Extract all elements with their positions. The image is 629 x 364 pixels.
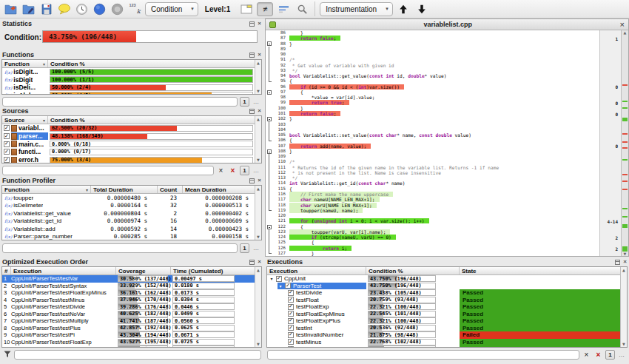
scroll-down-icon[interactable]: ▼ bbox=[621, 342, 627, 346]
execution-row[interactable]: ✓testFloatExpPlus22.321% (100/448)Passed bbox=[267, 317, 620, 325]
function-row[interactable]: f(x)isDigit100.000% (1/1) bbox=[2, 76, 255, 84]
column-header[interactable]: Function▾ bbox=[2, 60, 48, 67]
close-panel-button[interactable]: × bbox=[623, 259, 627, 265]
function-row[interactable]: f(x)isAlpha80.000% (4/5) bbox=[2, 92, 255, 95]
profiler-row[interactable]: f(x)Variablelist::get_value0.000000804 s… bbox=[2, 209, 255, 218]
code-line[interactable]: 92 * Get value of variable with given id bbox=[274, 63, 599, 68]
code-line[interactable]: 93 */ bbox=[274, 68, 599, 73]
scrollbar[interactable]: ▲▼ bbox=[620, 267, 627, 347]
code-line[interactable]: 118 char varU[NAME_LEN_MAX+1]; bbox=[274, 203, 599, 208]
column-header[interactable]: Function▾ bbox=[2, 186, 91, 193]
scroll-up-icon[interactable]: ▲ bbox=[621, 268, 627, 272]
execution-order-row[interactable]: 9CppUnit/ParserTest/testPi43.304% (194/4… bbox=[2, 331, 255, 339]
execution-order-row[interactable]: 4CppUnit/ParserTest/testMinus37.946% (17… bbox=[2, 297, 255, 304]
edit-project-icon[interactable] bbox=[21, 1, 36, 16]
code-line[interactable]: 106{ bbox=[274, 138, 599, 143]
row-checkbox[interactable]: ✓ bbox=[288, 325, 294, 331]
expand-arrow[interactable]: ▾ bbox=[269, 276, 275, 281]
code-line[interactable]: 116 // First make the name uppercase bbox=[274, 192, 599, 197]
execution-order-row[interactable]: 7CppUnit/ParserTest/testMultiply41.741% … bbox=[2, 317, 255, 325]
code-line[interactable]: 122 { bbox=[274, 224, 599, 229]
row-checkbox[interactable]: ✓ bbox=[4, 141, 10, 147]
column-header[interactable]: Condition % bbox=[48, 60, 261, 67]
row-checkbox[interactable]: ✓ bbox=[288, 339, 294, 345]
column-header[interactable]: State bbox=[460, 267, 627, 274]
execution-row[interactable]: ✓testDivide23.438% (105/448)Passed bbox=[267, 289, 620, 297]
execution-row[interactable]: ✓testMultiplyPassed bbox=[267, 346, 620, 347]
execution-row[interactable]: ▾✓CppUnit43.750% (196/448) bbox=[267, 275, 620, 283]
expand-arrow[interactable]: ▾ bbox=[278, 283, 283, 289]
inactive-status-icon[interactable] bbox=[110, 1, 125, 16]
execution-row[interactable]: ✓testMinus22.768% (102/448)Passed bbox=[267, 339, 620, 346]
navigate-down-button[interactable] bbox=[414, 2, 430, 16]
close-editor-button[interactable]: × bbox=[620, 20, 625, 29]
row-checkbox[interactable]: ✓ bbox=[288, 318, 294, 324]
coverage-level-combo[interactable]: Condition ▾ bbox=[145, 2, 198, 16]
column-header[interactable]: Execution bbox=[11, 267, 116, 274]
execution-row[interactable]: ✓testFloatExpMinus22.545% (101/448)Passe… bbox=[267, 311, 620, 318]
code-line[interactable]: 126 return i; bbox=[274, 246, 599, 251]
source-row[interactable]: ✓functi...0.000% (0/17) bbox=[2, 148, 255, 156]
sources-filter-input[interactable] bbox=[2, 166, 214, 175]
scroll-down-icon[interactable]: ▼ bbox=[255, 158, 261, 162]
column-header[interactable]: Count bbox=[158, 186, 183, 193]
filter-mode-button[interactable]: 1 bbox=[240, 243, 249, 253]
counter-mode-icon[interactable]: 123k bbox=[127, 1, 143, 16]
source-row[interactable]: ✓parser...48.138% (168/349) bbox=[2, 132, 255, 141]
code-line[interactable]: 99 return true; bbox=[274, 100, 599, 105]
row-checkbox[interactable]: ✓ bbox=[276, 276, 282, 282]
scrollbar[interactable]: ▲▼ bbox=[255, 60, 261, 94]
filter-options-button[interactable]: … bbox=[252, 97, 261, 107]
column-header[interactable]: Mean Duration bbox=[183, 186, 261, 193]
close-panel-button[interactable]: × bbox=[258, 21, 261, 27]
execution-order-row[interactable]: 8CppUnit/ParserTest/testPlus42.857% (192… bbox=[2, 325, 255, 332]
function-row[interactable]: f(x)isDeli...50.000% (2/4) bbox=[2, 84, 255, 92]
code-line[interactable]: 119 toupper(nameU, name); bbox=[274, 208, 599, 213]
column-header[interactable]: Coverage bbox=[116, 267, 171, 274]
column-header[interactable]: Condition % bbox=[366, 267, 460, 274]
execution-row[interactable]: ▾✓ParserTest43.750% (196/448) bbox=[267, 283, 620, 290]
code-line[interactable]: 114int Variablelist::get_id(const char* … bbox=[274, 181, 599, 186]
not-equal-filter-button[interactable]: ≠ bbox=[257, 2, 273, 16]
code-line[interactable]: 102} bbox=[274, 116, 599, 121]
scrollbar[interactable]: ▲▼ bbox=[255, 116, 261, 163]
source-row[interactable]: ✓variabl...62.500% (20/32) bbox=[2, 124, 255, 132]
column-header[interactable]: Source▾ bbox=[2, 116, 48, 124]
scroll-up-icon[interactable]: ▲ bbox=[622, 30, 628, 35]
close-panel-button[interactable]: × bbox=[258, 178, 261, 183]
column-header[interactable]: # bbox=[2, 267, 11, 274]
scroll-down-icon[interactable]: ▼ bbox=[255, 235, 261, 239]
clear-filter-button[interactable]: × bbox=[216, 166, 226, 175]
profiler-row[interactable]: f(x)Variablelist::get_id0.00000974 s160.… bbox=[2, 218, 255, 226]
code-line[interactable]: 88} bbox=[274, 41, 599, 47]
row-checkbox[interactable]: ✓ bbox=[4, 125, 10, 131]
code-line[interactable]: 104 bbox=[274, 127, 599, 132]
comment-icon[interactable] bbox=[56, 1, 72, 16]
undock-panel-button[interactable] bbox=[249, 109, 255, 114]
fold-marker[interactable] bbox=[267, 149, 272, 154]
navigate-up-button[interactable] bbox=[395, 2, 411, 16]
column-header[interactable]: Time (Cumulated) bbox=[171, 267, 261, 274]
open-project-icon[interactable] bbox=[3, 1, 18, 16]
code-line[interactable]: 117 char nameU[NAME_LEN_MAX+1]; bbox=[274, 197, 599, 202]
execution-row[interactable]: ✓testInt20.536% (92/448)Passed bbox=[267, 325, 620, 332]
code-line[interactable]: 96 if (id >= 0 && id < (int)var.size()) bbox=[274, 84, 599, 90]
profiler-row[interactable]: f(x)toupper0.00000480 s230.000000208 s bbox=[2, 194, 255, 202]
close-panel-button[interactable]: × bbox=[258, 108, 261, 114]
code-line[interactable]: 95{ bbox=[274, 78, 599, 84]
code-line[interactable]: 125 { bbox=[274, 240, 599, 245]
view-mode-combo[interactable]: Instrumentation ▾ bbox=[320, 2, 392, 16]
code-line[interactable]: 107 return add(name, value); bbox=[274, 144, 599, 149]
row-checkbox[interactable]: ✓ bbox=[288, 346, 294, 347]
code-line[interactable]: 97 { bbox=[274, 90, 599, 95]
fold-marker[interactable] bbox=[267, 225, 272, 229]
code-line[interactable]: 87 return false; bbox=[274, 36, 599, 41]
function-row[interactable]: f(x)isDigit...100.000% (5/5) bbox=[2, 68, 255, 76]
code-line[interactable]: 103 bbox=[274, 122, 599, 127]
clear-all-filter-button[interactable]: × bbox=[593, 350, 603, 360]
code-area[interactable]: 86 }87 return false;88}899091/*92 * Get … bbox=[274, 30, 599, 256]
clear-all-filter-button[interactable]: × bbox=[228, 166, 238, 175]
execution-order-row[interactable]: 1CppUnit/ParserTest/testVar30.580% (137/… bbox=[2, 275, 255, 283]
code-line[interactable]: 124 if (strcmp(nameU, varU) == 0) bbox=[274, 235, 599, 240]
row-checkbox[interactable]: ✓ bbox=[285, 283, 291, 289]
